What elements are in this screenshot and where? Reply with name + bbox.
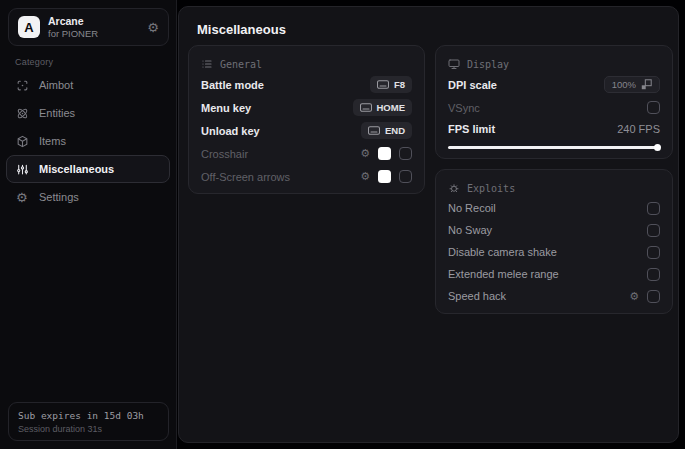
fps-limit-slider[interactable] <box>448 146 660 149</box>
sidebar-nav: Aimbot Entities Items Miscellaneous <box>6 71 170 211</box>
subscription-status-card: Sub expires in 15d 03h Session duration … <box>8 402 169 441</box>
extended-melee-range-checkbox[interactable] <box>647 268 660 281</box>
bug-icon <box>448 182 460 194</box>
display-card-title: Display <box>467 59 509 70</box>
gear-icon: ⚙ <box>16 191 29 204</box>
app-window: A Arcane for PIONER ⚙ Category Aimbot En… <box>0 0 685 449</box>
monitor-icon <box>448 58 460 70</box>
atom-icon <box>16 107 29 120</box>
setting-row-speed-hack: Speed hack ⚙ <box>448 285 660 307</box>
setting-row-menu-key: Menu key HOME <box>201 96 412 119</box>
sidebar-item-aimbot[interactable]: Aimbot <box>6 71 170 99</box>
setting-row-no-recoil: No Recoil <box>448 197 660 219</box>
page-title: Miscellaneous <box>197 22 286 37</box>
main-panel: Miscellaneous General Battle mode F8 <box>178 6 679 443</box>
setting-label: Extended melee range <box>448 268 559 280</box>
keybind-chip[interactable]: HOME <box>353 99 413 116</box>
scan-icon <box>16 79 29 92</box>
setting-row-offscreen-arrows: Off-Screen arrows ⚙ <box>201 165 412 188</box>
keybind-chip[interactable]: F8 <box>370 76 412 93</box>
keyboard-icon <box>368 126 380 135</box>
sidebar-item-label: Miscellaneous <box>39 163 114 175</box>
setting-label: Unload key <box>201 125 260 137</box>
speed-hack-checkbox[interactable] <box>647 290 660 303</box>
setting-row-fps-limit: FPS limit 240 FPS <box>448 119 660 139</box>
scale-icon <box>641 79 652 90</box>
session-duration-text: Session duration 31s <box>18 424 159 434</box>
setting-row-vsync: VSync <box>448 96 660 119</box>
keybind-chip[interactable]: END <box>361 122 412 139</box>
brand-text: Arcane for PIONER <box>48 15 98 40</box>
sidebar-item-settings[interactable]: ⚙ Settings <box>6 183 170 211</box>
setting-label: VSync <box>448 102 480 114</box>
app-title: Arcane <box>48 15 98 28</box>
setting-label: No Sway <box>448 224 492 236</box>
fps-limit-value: 240 FPS <box>617 123 660 135</box>
no-sway-checkbox[interactable] <box>647 224 660 237</box>
color-swatch[interactable] <box>378 170 391 183</box>
dpi-scale-chip[interactable]: 100% <box>604 76 660 93</box>
setting-label: Menu key <box>201 102 251 114</box>
color-swatch[interactable] <box>378 147 391 160</box>
setting-label: Crosshair <box>201 148 248 160</box>
vsync-checkbox[interactable] <box>647 101 660 114</box>
keybind-value: F8 <box>394 79 405 90</box>
setting-row-battle-mode: Battle mode F8 <box>201 73 412 96</box>
setting-row-no-sway: No Sway <box>448 219 660 241</box>
no-recoil-checkbox[interactable] <box>647 202 660 215</box>
category-label: Category <box>15 57 53 67</box>
app-logo: A <box>18 16 40 38</box>
sidebar: A Arcane for PIONER ⚙ Category Aimbot En… <box>0 0 177 449</box>
display-card-header: Display <box>448 55 660 73</box>
display-card: Display DPI scale 100% VSync FPS limi <box>435 45 673 159</box>
keyboard-icon <box>377 80 389 89</box>
gear-icon[interactable]: ⚙ <box>360 171 370 182</box>
dpi-scale-value: 100% <box>612 79 636 90</box>
sidebar-item-label: Settings <box>39 191 79 203</box>
exploits-card-title: Exploits <box>467 183 515 194</box>
exploits-card-header: Exploits <box>448 179 660 197</box>
gear-icon[interactable]: ⚙ <box>147 21 159 34</box>
box-icon <box>16 135 29 148</box>
general-card: General Battle mode F8 Menu key HOME <box>188 45 425 194</box>
keyboard-icon <box>360 103 372 112</box>
sidebar-item-items[interactable]: Items <box>6 127 170 155</box>
gear-icon[interactable]: ⚙ <box>629 291 639 302</box>
setting-label: FPS limit <box>448 123 495 135</box>
setting-label: Disable camera shake <box>448 246 557 258</box>
app-subtitle: for PIONER <box>48 28 98 40</box>
setting-label: Battle mode <box>201 79 264 91</box>
setting-row-crosshair: Crosshair ⚙ <box>201 142 412 165</box>
setting-label: Off-Screen arrows <box>201 171 290 183</box>
general-card-header: General <box>201 55 412 73</box>
keybind-value: HOME <box>377 102 406 113</box>
setting-row-dpi-scale: DPI scale 100% <box>448 73 660 96</box>
offscreen-arrows-checkbox[interactable] <box>399 170 412 183</box>
sidebar-item-label: Aimbot <box>39 79 73 91</box>
sidebar-item-label: Items <box>39 135 66 147</box>
brand-card: A Arcane for PIONER ⚙ <box>8 8 169 46</box>
sidebar-item-label: Entities <box>39 107 75 119</box>
setting-row-unload-key: Unload key END <box>201 119 412 142</box>
sliders-icon <box>16 163 29 176</box>
sidebar-item-miscellaneous[interactable]: Miscellaneous <box>6 155 170 183</box>
setting-row-extended-melee-range: Extended melee range <box>448 263 660 285</box>
sidebar-item-entities[interactable]: Entities <box>6 99 170 127</box>
setting-label: Speed hack <box>448 290 506 302</box>
keybind-value: END <box>385 125 405 136</box>
crosshair-checkbox[interactable] <box>399 147 412 160</box>
general-card-title: General <box>220 59 262 70</box>
list-icon <box>201 58 213 70</box>
sub-expiry-text: Sub expires in 15d 03h <box>18 410 159 421</box>
setting-label: No Recoil <box>448 202 496 214</box>
disable-camera-shake-checkbox[interactable] <box>647 246 660 259</box>
gear-icon[interactable]: ⚙ <box>360 148 370 159</box>
setting-label: DPI scale <box>448 79 497 91</box>
setting-row-disable-camera-shake: Disable camera shake <box>448 241 660 263</box>
exploits-card: Exploits No Recoil No Sway Disable camer… <box>435 169 673 314</box>
slider-knob[interactable] <box>654 144 661 151</box>
